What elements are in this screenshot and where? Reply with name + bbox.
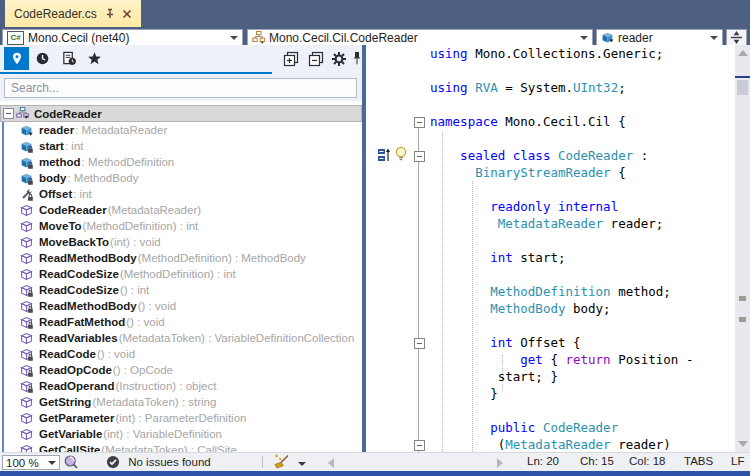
tree-item-signature: : int <box>73 188 92 200</box>
fold-collapse-icon[interactable] <box>414 151 425 162</box>
spade-button[interactable] <box>63 454 79 472</box>
search-input[interactable] <box>4 78 357 98</box>
method-icon <box>20 412 33 425</box>
tree-item-signature: : MetadataReader <box>75 124 167 136</box>
tree-item[interactable]: ReadCodeSize() : int <box>0 282 362 298</box>
tree-item[interactable]: start : int <box>0 138 362 154</box>
tree-item[interactable]: ReadVariables(MetadataToken) : VariableD… <box>0 330 362 346</box>
code-line[interactable]: namespace Mono.Cecil.Cil { <box>414 113 735 130</box>
tree-item-name: ReadCodeSize <box>39 284 119 296</box>
tree-item[interactable]: ReadOpCode() : OpCode <box>0 362 362 378</box>
code-line[interactable] <box>414 402 735 419</box>
expand-all-button[interactable] <box>278 47 303 70</box>
code-line[interactable] <box>414 130 735 147</box>
code-cleanup-button[interactable] <box>272 454 306 472</box>
tree-item-name: CodeReader <box>39 204 107 216</box>
location-pin-tab[interactable] <box>4 47 29 70</box>
code-line[interactable] <box>414 317 735 334</box>
health-check-icon <box>106 455 120 469</box>
code-line[interactable]: } <box>414 385 735 402</box>
recent-edits-tab[interactable] <box>56 47 81 70</box>
close-tab-icon[interactable] <box>122 9 132 19</box>
status-eol-mode[interactable]: LF <box>731 455 744 467</box>
code-line[interactable] <box>414 232 735 249</box>
tree-item[interactable]: GetVariable(int) : VariableDefinition <box>0 426 362 442</box>
code-line[interactable]: BinaryStreamReader { <box>414 164 735 181</box>
code-line[interactable]: start; } <box>414 368 735 385</box>
tree-item[interactable]: ReadCodeSize(MethodDefinition) : int <box>0 266 362 282</box>
lightbulb-icon[interactable] <box>394 146 408 166</box>
split-editor-button[interactable] <box>726 29 747 46</box>
tree-item[interactable]: Offset : int <box>0 186 362 202</box>
code-line[interactable]: (MetadataReader reader) <box>414 436 735 452</box>
code-line[interactable]: sealed class CodeReader : <box>414 147 735 164</box>
fold-collapse-icon[interactable] <box>414 440 425 451</box>
code-line[interactable]: readonly internal <box>414 198 735 215</box>
favorites-star-icon <box>87 51 102 66</box>
code-line[interactable]: get { return Position - <box>414 351 735 368</box>
scroll-up-icon[interactable] <box>738 50 748 56</box>
project-dropdown[interactable]: C# Mono.Cecil (net40) <box>2 29 243 46</box>
hscroll-right-icon[interactable] <box>497 458 503 468</box>
method-private-icon <box>20 316 33 329</box>
tree-item[interactable]: CodeReader <box>0 105 362 122</box>
code-line[interactable]: MethodDefinition method; <box>414 283 735 300</box>
code-line[interactable]: MetadataReader reader; <box>414 215 735 232</box>
pin-tab-icon[interactable] <box>104 8 115 19</box>
tree-item-signature: (Instruction) : object <box>115 380 216 392</box>
member-dropdown[interactable]: reader <box>596 29 723 46</box>
tree-item[interactable]: ReadMethodBody(MethodDefinition) : Metho… <box>0 250 362 266</box>
status-bar: 100 % No issues found <box>0 452 750 471</box>
scroll-down-icon[interactable] <box>738 441 748 447</box>
tree-item[interactable]: GetCallSite(MetadataToken) : CallSite <box>0 442 362 452</box>
zoom-control[interactable]: 100 % <box>2 455 60 470</box>
tree-item[interactable]: MoveTo(MethodDefinition) : int <box>0 218 362 234</box>
scrollbar-caret-mark <box>735 76 750 78</box>
tree-item[interactable]: MoveBackTo(int) : void <box>0 234 362 250</box>
tree-item[interactable]: body : MethodBody <box>0 170 362 186</box>
favorites-tab[interactable] <box>82 47 107 70</box>
code-line[interactable]: int Offset { <box>414 334 735 351</box>
history-tab[interactable] <box>30 47 55 70</box>
tree-item-name: GetVariable <box>39 428 102 440</box>
code-line[interactable]: using Mono.Collections.Generic; <box>414 45 735 62</box>
property-private-icon <box>20 188 33 201</box>
tree-item[interactable]: ReadMethodBody() : void <box>0 298 362 314</box>
collapse-all-icon <box>308 51 324 67</box>
tree-item[interactable]: CodeReader(MetadataReader) <box>0 202 362 218</box>
code-line[interactable]: int start; <box>414 249 735 266</box>
csharp-project-icon: C# <box>7 31 24 45</box>
split-editor-icon <box>730 30 743 45</box>
code-line[interactable] <box>414 266 735 283</box>
tree-item[interactable]: reader : MetadataReader <box>0 122 362 138</box>
tree-item-signature: () : int <box>120 284 149 296</box>
tree-item[interactable]: GetString(MetadataToken) : string <box>0 394 362 410</box>
code-line[interactable]: public CodeReader <box>414 419 735 436</box>
fold-collapse-icon[interactable] <box>414 117 425 128</box>
tree-item[interactable]: ReadFatMethod() : void <box>0 314 362 330</box>
code-line[interactable] <box>414 181 735 198</box>
collapse-all-button[interactable] <box>303 47 328 70</box>
tree-item[interactable]: method : MethodDefinition <box>0 154 362 170</box>
code-line[interactable]: MethodBody body; <box>414 300 735 317</box>
type-dropdown[interactable]: Mono.Cecil.Cil.CodeReader <box>247 29 593 46</box>
fold-collapse-icon[interactable] <box>414 338 425 349</box>
document-health[interactable]: No issues found <box>106 455 211 469</box>
tree-item[interactable]: ReadOperand(Instruction) : object <box>0 378 362 394</box>
tree-item[interactable]: ReadCode() : void <box>0 346 362 362</box>
vertical-scrollbar[interactable] <box>735 45 750 452</box>
class-icon <box>252 31 265 44</box>
hscroll-left-icon[interactable] <box>328 458 334 468</box>
code-editor[interactable]: using Mono.Collections.Generic; using RV… <box>366 45 750 452</box>
field-private-icon <box>20 156 33 169</box>
code-line[interactable]: using RVA = System.UInt32; <box>414 79 735 96</box>
document-tab[interactable]: CodeReader.cs <box>5 0 141 27</box>
tree-item-signature: () : void <box>97 348 135 360</box>
tree-collapse-icon[interactable] <box>3 108 14 119</box>
code-line[interactable] <box>414 96 735 113</box>
scrollbar-thumb[interactable] <box>737 80 748 95</box>
inheritance-margin-icon[interactable] <box>377 148 391 166</box>
tree-item[interactable]: GetParameter(int) : ParameterDefinition <box>0 410 362 426</box>
status-indent-mode[interactable]: TABS <box>684 455 713 467</box>
code-line[interactable] <box>414 62 735 79</box>
